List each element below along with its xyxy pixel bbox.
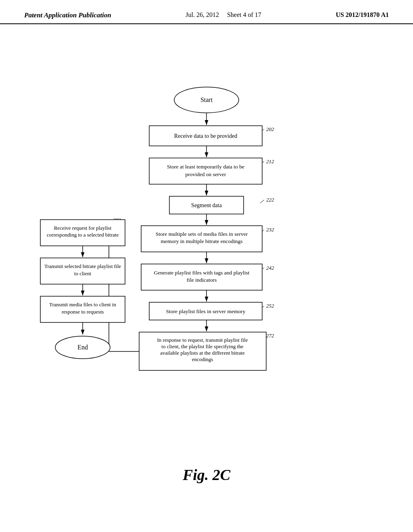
svg-text:202: 202 <box>266 126 274 132</box>
publication-label: Patent Application Publication <box>24 11 111 19</box>
date-sheet: Jul. 26, 2012 Sheet 4 of 17 <box>186 11 261 19</box>
svg-text:212: 212 <box>266 158 274 164</box>
svg-text:Generate playlist files with t: Generate playlist files with tags and pl… <box>154 270 250 276</box>
svg-text:memory in multiple bitrate enc: memory in multiple bitrate encodings <box>161 238 242 244</box>
svg-text:242: 242 <box>266 265 274 271</box>
svg-text:to client: to client <box>74 270 92 276</box>
svg-text:Receive request for playlist: Receive request for playlist <box>54 225 112 231</box>
svg-text:corresponding to a selected bi: corresponding to a selected bitrate <box>47 232 119 238</box>
svg-text:available playlists at the dif: available playlists at the different bit… <box>160 350 245 356</box>
svg-text:222: 222 <box>266 197 274 203</box>
svg-text:232: 232 <box>266 227 274 233</box>
figure-label: Fig. 2C <box>183 466 230 484</box>
sheet-info: Sheet 4 of 17 <box>227 11 261 18</box>
svg-line-16 <box>260 200 264 203</box>
svg-text:provided on server: provided on server <box>185 171 226 177</box>
patent-number: US 2012/191870 A1 <box>336 11 389 19</box>
svg-text:Transmit media files to client: Transmit media files to client in <box>49 301 116 308</box>
page-header: Patent Application Publication Jul. 26, … <box>0 0 413 24</box>
svg-text:Store multiple sets of media f: Store multiple sets of media files in se… <box>156 231 248 237</box>
svg-text:response to requests: response to requests <box>62 309 104 315</box>
svg-text:to client, the playlist file s: to client, the playlist file specifying … <box>161 343 243 349</box>
svg-text:Receive data to be provided: Receive data to be provided <box>174 133 237 139</box>
flowchart-svg: Start 202 Receive data to be provided 21… <box>0 32 413 476</box>
svg-text:Store playlist files in server: Store playlist files in server memory <box>166 308 246 314</box>
svg-text:file indicators: file indicators <box>187 277 217 283</box>
svg-text:In response to request, transm: In response to request, transmit playlis… <box>157 337 248 343</box>
svg-text:Start: Start <box>200 96 213 103</box>
diagram-area: Start 202 Receive data to be provided 21… <box>0 32 413 496</box>
svg-text:252: 252 <box>266 303 274 309</box>
svg-text:Segment data: Segment data <box>191 202 222 208</box>
svg-text:encodings: encodings <box>192 356 213 362</box>
svg-text:272: 272 <box>266 332 274 339</box>
svg-text:Store at least temporarily dat: Store at least temporarily data to be <box>167 164 244 170</box>
svg-text:Transmit selected bitrate play: Transmit selected bitrate playlist file <box>44 263 121 269</box>
svg-text:End: End <box>77 344 88 351</box>
pub-date: Jul. 26, 2012 <box>186 11 219 18</box>
